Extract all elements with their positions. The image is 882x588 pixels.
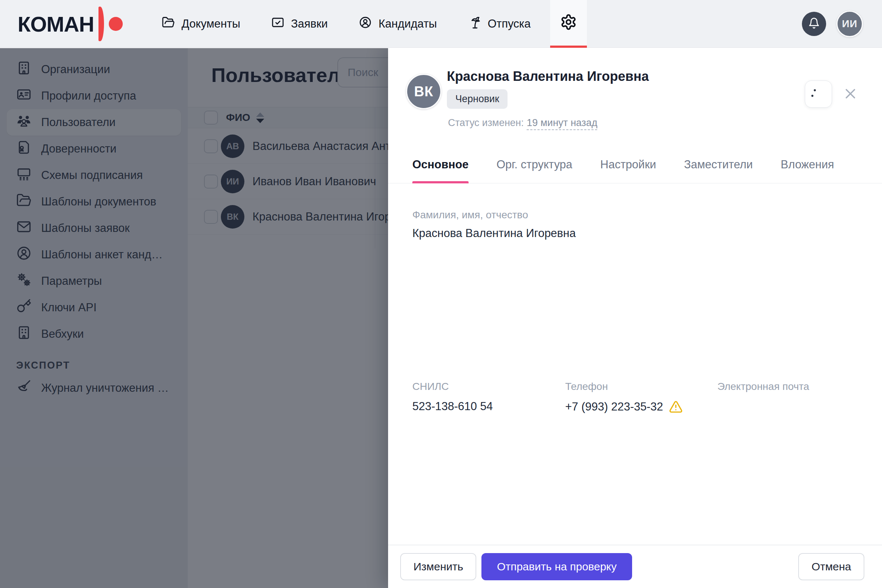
fio-field-label: Фамилия, имя, отчество [412,209,528,221]
tab-deputies[interactable]: Заместители [684,146,753,183]
palm-tree-icon [468,16,481,32]
snils-value: 523-138-610 54 [412,400,565,413]
close-icon [843,87,857,102]
nav-label: Заявки [291,17,328,30]
nav-label: Кандидаты [378,17,437,30]
drawer-title: Краснова Валентина Игоревна [447,69,649,84]
fio-field-value: Краснова Валентина Игоревна [412,227,576,240]
nav-label: Отпуска [488,17,531,30]
user-initials: ИИ [842,18,857,30]
phone-value: +7 (993) 223-35-32 [565,400,663,413]
nav-item-documents[interactable]: Документы [162,16,240,32]
contact-info-row: СНИЛС 523-138-610 54 Телефон +7 (993) 22… [412,381,867,414]
phone-label: Телефон [565,381,717,393]
folder-open-icon [162,16,175,32]
tab-main[interactable]: Основное [412,146,469,183]
tab-org-structure[interactable]: Орг. структура [496,146,572,183]
tab-settings[interactable]: Настройки [600,146,656,183]
bell-icon [808,17,820,30]
history-trail-button[interactable] [805,81,832,108]
user-details-drawer: ВК Краснова Валентина Игоревна Черновик … [388,48,882,588]
logo-red-dot-icon [109,17,123,31]
drawer-tabs: Основное Орг. структура Настройки Замест… [388,146,882,183]
drawer-avatar: ВК [406,74,441,109]
close-drawer-button[interactable] [842,86,858,102]
app-logo[interactable]: КОМАН [18,0,123,48]
tab-settings-active[interactable] [550,0,587,48]
logo-red-bar-icon [99,7,104,41]
app-root: КОМАН Документы Заявки Кандидаты Отпуска [0,0,882,588]
drawer-footer: Изменить Отправить на проверку Отмена [388,544,882,588]
email-label: Электронная почта [717,381,867,393]
top-navigation: Документы Заявки Кандидаты Отпуска [162,0,531,48]
nav-item-vacations[interactable]: Отпуска [468,16,531,32]
content-area: Организации Профили доступа Пользователи… [0,48,882,588]
status-changed-value[interactable]: 19 минут назад [526,117,597,130]
gear-icon [560,14,577,32]
envelope-check-icon [271,16,285,32]
nav-item-requests[interactable]: Заявки [271,16,328,32]
status-changed-label: Статус изменен: [448,117,524,128]
cancel-button[interactable]: Отмена [798,553,864,580]
user-avatar[interactable]: ИИ [836,10,863,37]
snils-label: СНИЛС [412,381,565,393]
status-badge: Черновик [447,89,507,109]
nav-label: Документы [182,17,240,30]
notifications-button[interactable] [802,12,826,36]
edit-button[interactable]: Изменить [400,553,476,580]
warning-triangle-icon[interactable] [669,400,683,414]
logo-text: КОМАН [18,12,94,36]
top-header: КОМАН Документы Заявки Кандидаты Отпуска [0,0,882,48]
submit-for-review-button[interactable]: Отправить на проверку [482,553,632,580]
tab-attachments[interactable]: Вложения [781,146,834,183]
nav-item-candidates[interactable]: Кандидаты [358,16,437,32]
person-circle-icon [358,16,372,32]
backdrop-overlay[interactable] [0,48,388,588]
status-changed-row: Статус изменен:19 минут назад [448,117,597,129]
footprints-icon [811,86,826,102]
